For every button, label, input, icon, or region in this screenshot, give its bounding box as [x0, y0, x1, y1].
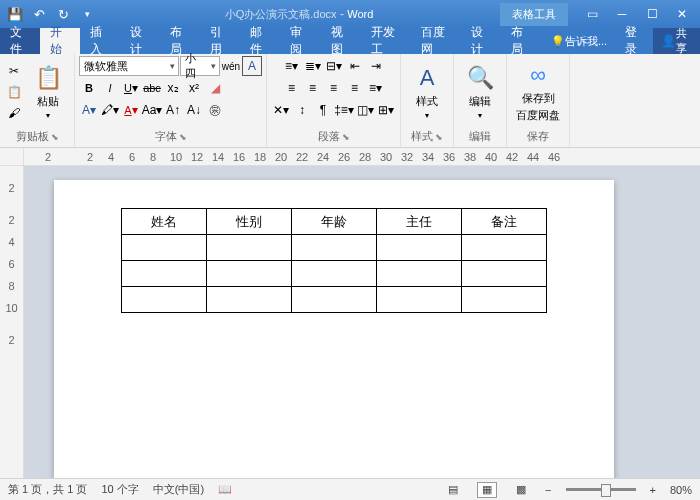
table-cell[interactable]: [292, 287, 377, 313]
save-icon[interactable]: 💾: [4, 3, 26, 25]
font-color-icon[interactable]: A▾: [121, 100, 141, 120]
align-right-icon[interactable]: ≡: [324, 78, 344, 98]
table-cell[interactable]: [377, 287, 462, 313]
enclose-char-icon[interactable]: ㊪: [205, 100, 225, 120]
paste-button[interactable]: 📋 粘贴 ▾: [26, 59, 70, 125]
styles-button[interactable]: A 样式▾: [405, 59, 449, 125]
borders-icon[interactable]: ⊞▾: [376, 100, 396, 120]
phonetic-guide-icon[interactable]: wén: [221, 56, 241, 76]
asian-layout-icon[interactable]: ✕▾: [271, 100, 291, 120]
view-web-icon[interactable]: ▩: [511, 482, 531, 498]
char-border-icon[interactable]: A: [242, 56, 262, 76]
table-cell[interactable]: [207, 261, 292, 287]
ruler-vertical[interactable]: 22468102: [0, 166, 24, 478]
justify-icon[interactable]: ≡: [345, 78, 365, 98]
shrink-font-icon[interactable]: A↓: [184, 100, 204, 120]
bold-button[interactable]: B: [79, 78, 99, 98]
close-icon[interactable]: ✕: [668, 4, 696, 24]
login-button[interactable]: 登录: [617, 28, 653, 54]
italic-button[interactable]: I: [100, 78, 120, 98]
table-cell[interactable]: [122, 261, 207, 287]
strikethrough-button[interactable]: abc: [142, 78, 162, 98]
clear-format-icon[interactable]: ◢: [205, 78, 225, 98]
multilevel-icon[interactable]: ⊟▾: [324, 56, 344, 76]
tab-references[interactable]: 引用: [200, 28, 240, 54]
zoom-out-icon[interactable]: −: [545, 484, 551, 496]
sort-icon[interactable]: ↕: [292, 100, 312, 120]
zoom-slider[interactable]: [566, 488, 636, 491]
table-cell[interactable]: [292, 261, 377, 287]
clipboard-launcher-icon[interactable]: ⬊: [51, 132, 59, 142]
format-painter-icon[interactable]: 🖌: [4, 103, 24, 123]
tab-developer[interactable]: 开发工: [361, 28, 411, 54]
bullets-icon[interactable]: ≡▾: [282, 56, 302, 76]
tab-view[interactable]: 视图: [321, 28, 361, 54]
tab-file[interactable]: 文件: [0, 28, 40, 54]
table-cell[interactable]: [462, 287, 547, 313]
view-print-icon[interactable]: ▦: [477, 482, 497, 498]
table-cell[interactable]: [462, 261, 547, 287]
highlight-icon[interactable]: 🖍▾: [100, 100, 120, 120]
qat-more-icon[interactable]: ▾: [76, 3, 98, 25]
ruler-horizontal[interactable]: 2246810121416182022242628303234363840424…: [24, 148, 700, 165]
table-header-cell[interactable]: 备注: [462, 209, 547, 235]
font-family-combo[interactable]: 微软雅黑: [79, 56, 179, 76]
status-language[interactable]: 中文(中国): [153, 482, 204, 497]
tab-table-layout[interactable]: 布局: [501, 28, 541, 54]
zoom-in-icon[interactable]: +: [650, 484, 656, 496]
align-center-icon[interactable]: ≡: [303, 78, 323, 98]
font-launcher-icon[interactable]: ⬊: [179, 132, 187, 142]
table-cell[interactable]: [462, 235, 547, 261]
tab-design[interactable]: 设计: [120, 28, 160, 54]
tab-review[interactable]: 审阅: [280, 28, 320, 54]
table-cell[interactable]: [207, 235, 292, 261]
paragraph-launcher-icon[interactable]: ⬊: [342, 132, 350, 142]
grow-font-icon[interactable]: A↑: [163, 100, 183, 120]
superscript-button[interactable]: x²: [184, 78, 204, 98]
shading-icon[interactable]: ◫▾: [355, 100, 375, 120]
tell-me[interactable]: 💡 告诉我...: [541, 28, 617, 54]
table-cell[interactable]: [377, 235, 462, 261]
table-cell[interactable]: [292, 235, 377, 261]
tab-table-design[interactable]: 设计: [461, 28, 501, 54]
increase-indent-icon[interactable]: ⇥: [366, 56, 386, 76]
char-shading-icon[interactable]: Aa▾: [142, 100, 162, 120]
cut-icon[interactable]: ✂: [4, 61, 24, 81]
table-cell[interactable]: [377, 261, 462, 287]
table-header-cell[interactable]: 性别: [207, 209, 292, 235]
undo-icon[interactable]: ↶: [28, 3, 50, 25]
subscript-button[interactable]: x₂: [163, 78, 183, 98]
table-header-cell[interactable]: 姓名: [122, 209, 207, 235]
status-page[interactable]: 第 1 页，共 1 页: [8, 482, 87, 497]
view-read-icon[interactable]: ▤: [443, 482, 463, 498]
status-words[interactable]: 10 个字: [101, 482, 138, 497]
underline-button[interactable]: U▾: [121, 78, 141, 98]
font-size-combo[interactable]: 小四: [180, 56, 220, 76]
styles-launcher-icon[interactable]: ⬊: [435, 132, 443, 142]
align-left-icon[interactable]: ≡: [282, 78, 302, 98]
table-header-cell[interactable]: 主任: [377, 209, 462, 235]
redo-icon[interactable]: ↻: [52, 3, 74, 25]
document-table[interactable]: 姓名性别年龄主任备注: [121, 208, 547, 313]
table-header-cell[interactable]: 年龄: [292, 209, 377, 235]
tab-baidu[interactable]: 百度网: [411, 28, 461, 54]
table-cell[interactable]: [122, 235, 207, 261]
copy-icon[interactable]: 📋: [4, 82, 24, 102]
maximize-icon[interactable]: ☐: [638, 4, 666, 24]
document-scroll-area[interactable]: 姓名性别年龄主任备注: [24, 166, 700, 478]
decrease-indent-icon[interactable]: ⇤: [345, 56, 365, 76]
numbering-icon[interactable]: ≣▾: [303, 56, 323, 76]
table-cell[interactable]: [207, 287, 292, 313]
ribbon-options-icon[interactable]: ▭: [578, 4, 606, 24]
editing-button[interactable]: 🔍 编辑▾: [458, 59, 502, 125]
tab-insert[interactable]: 插入: [80, 28, 120, 54]
tab-home[interactable]: 开始: [40, 28, 80, 54]
distributed-icon[interactable]: ≡▾: [366, 78, 386, 98]
minimize-icon[interactable]: ─: [608, 4, 636, 24]
text-effects-icon[interactable]: A▾: [79, 100, 99, 120]
table-cell[interactable]: [122, 287, 207, 313]
save-baidu-button[interactable]: ∞ 保存到 百度网盘: [511, 59, 565, 125]
tab-mailings[interactable]: 邮件: [240, 28, 280, 54]
show-marks-icon[interactable]: ¶: [313, 100, 333, 120]
line-spacing-icon[interactable]: ‡≡▾: [334, 100, 354, 120]
